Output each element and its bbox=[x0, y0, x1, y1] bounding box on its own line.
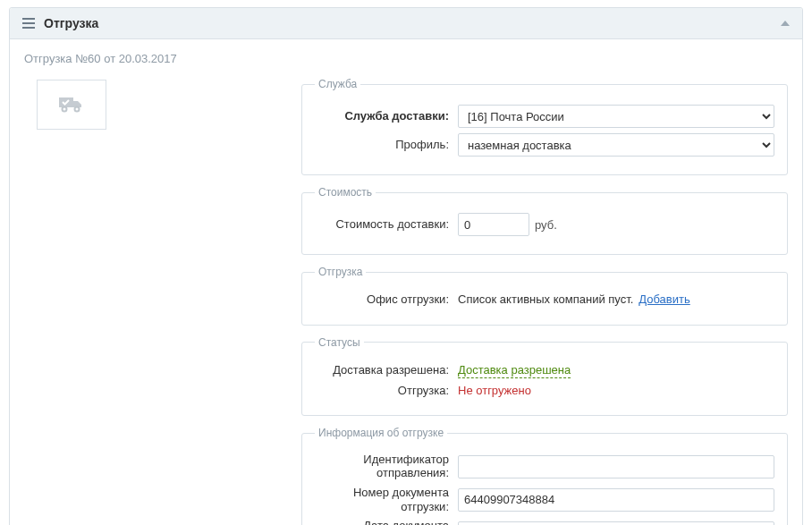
cost-fieldset: Стоимость Стоимость доставки: руб. bbox=[301, 186, 788, 255]
thumbnail-box bbox=[37, 80, 106, 130]
svg-point-1 bbox=[75, 106, 80, 111]
doc-number-label: Номер документа отгрузки: bbox=[315, 486, 458, 513]
shipment-legend: Отгрузка bbox=[315, 266, 366, 278]
delivery-service-label: Служба доставки: bbox=[315, 109, 458, 123]
svg-point-0 bbox=[63, 106, 67, 111]
doc-date-input[interactable] bbox=[458, 521, 774, 525]
add-office-link[interactable]: Добавить bbox=[639, 292, 689, 306]
office-text: Список активных компаний пуст. bbox=[458, 292, 633, 306]
shipment-fieldset: Отгрузка Офис отгрузки: Список активных … bbox=[301, 266, 788, 326]
shipment-status-label: Отгрузка: bbox=[315, 384, 458, 398]
profile-select[interactable]: наземная доставка bbox=[458, 133, 774, 157]
collapse-icon[interactable] bbox=[781, 21, 790, 26]
menu-icon[interactable] bbox=[22, 18, 35, 29]
panel-title: Отгрузка bbox=[44, 16, 98, 30]
doc-number-input[interactable] bbox=[458, 488, 774, 512]
office-label: Офис отгрузки: bbox=[315, 292, 458, 307]
status-fieldset: Статусы Доставка разрешена: Доставка раз… bbox=[301, 336, 788, 417]
info-legend: Информация об отгрузке bbox=[315, 427, 447, 439]
tracking-id-input[interactable] bbox=[458, 455, 774, 478]
allowed-value[interactable]: Доставка разрешена bbox=[458, 363, 571, 378]
shipment-status-value: Не отгружено bbox=[458, 384, 531, 397]
allowed-label: Доставка разрешена: bbox=[315, 363, 458, 377]
shipment-panel: Отгрузка Отгрузка №60 от 20.03.2017 bbox=[9, 7, 803, 525]
delivery-service-select[interactable]: [16] Почта России bbox=[458, 105, 774, 128]
tracking-id-label: Идентификатор отправления: bbox=[315, 453, 458, 480]
truck-check-icon bbox=[58, 94, 85, 116]
service-fieldset: Служба Служба доставки: [16] Почта Росси… bbox=[301, 78, 788, 175]
cost-input[interactable] bbox=[458, 213, 529, 236]
service-legend: Служба bbox=[315, 78, 360, 90]
status-legend: Статусы bbox=[315, 336, 364, 349]
panel-subtitle: Отгрузка №60 от 20.03.2017 bbox=[24, 52, 788, 65]
currency-label: руб. bbox=[535, 218, 557, 232]
cost-label: Стоимость доставки: bbox=[315, 217, 458, 232]
panel-header: Отгрузка bbox=[10, 8, 802, 39]
info-fieldset: Информация об отгрузке Идентификатор отп… bbox=[301, 427, 788, 525]
profile-label: Профиль: bbox=[315, 138, 458, 152]
cost-legend: Стоимость bbox=[315, 186, 376, 199]
doc-date-label: Дата документа отгрузки: bbox=[315, 519, 458, 525]
